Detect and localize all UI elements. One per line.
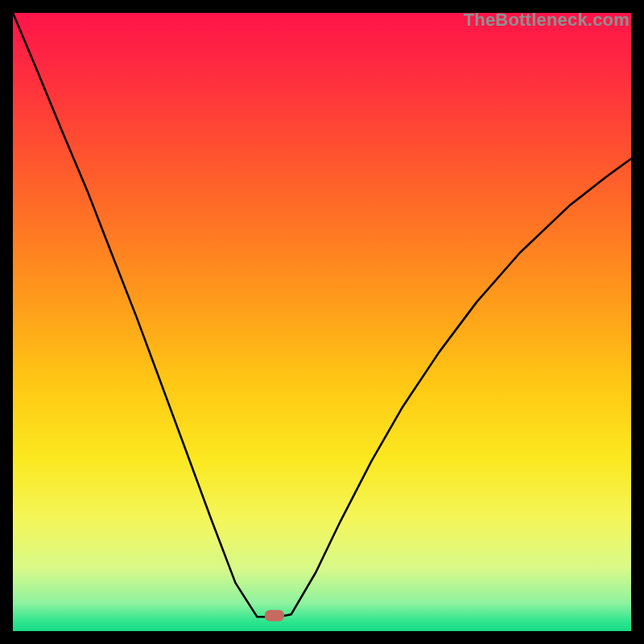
watermark-text: TheBottleneck.com (464, 10, 630, 31)
chart-frame: TheBottleneck.com (13, 13, 631, 631)
gradient-background (13, 13, 631, 631)
bottleneck-chart (13, 13, 631, 631)
optimum-marker (265, 610, 284, 621)
